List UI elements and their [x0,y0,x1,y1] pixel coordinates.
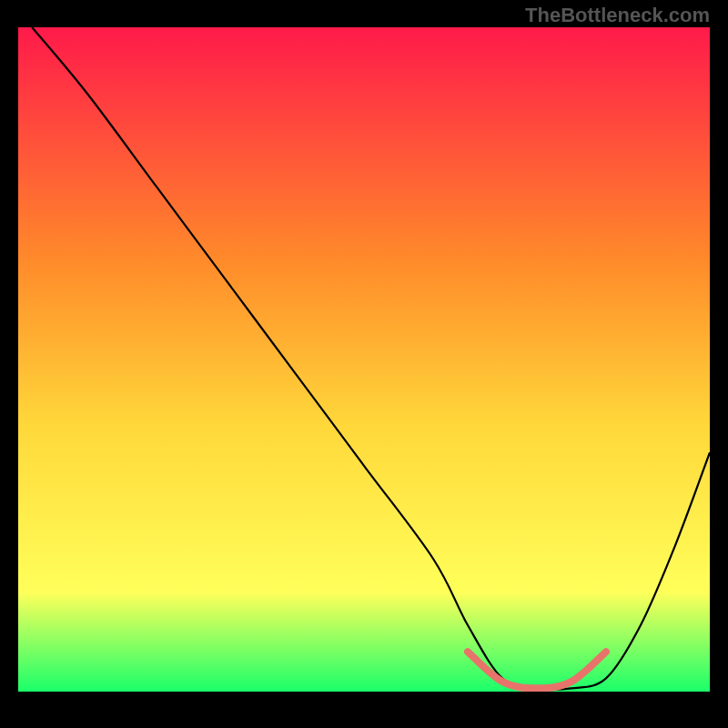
gradient-background [18,27,710,692]
watermark-text: TheBottleneck.com [525,4,710,27]
chart-svg [18,27,710,692]
chart-frame [18,27,710,719]
plot-area [18,27,710,692]
